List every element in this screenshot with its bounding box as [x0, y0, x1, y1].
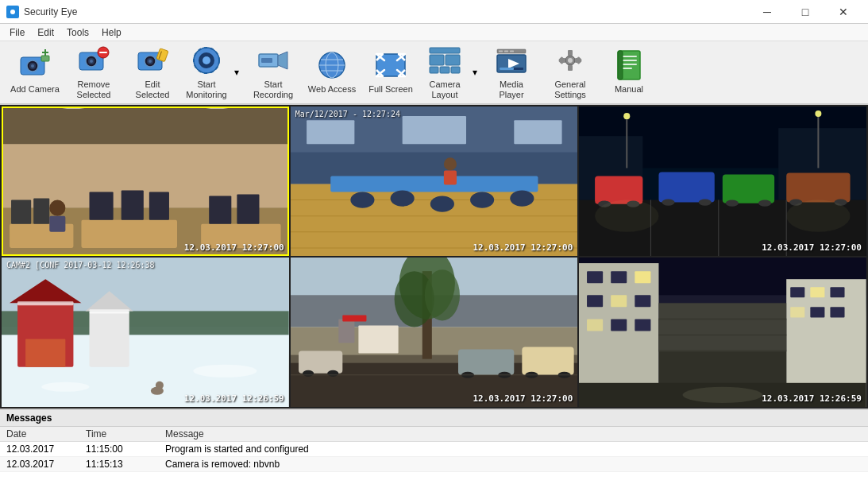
svg-point-114 [662, 199, 675, 206]
svg-rect-176 [611, 295, 627, 307]
svg-rect-182 [791, 287, 805, 297]
svg-rect-81 [237, 195, 259, 224]
message-date: 12.03.2017 [0, 457, 79, 472]
svg-point-145 [41, 382, 89, 392]
svg-point-82 [49, 200, 65, 216]
add-camera-button[interactable]: Add Camera [6, 44, 64, 101]
camera-cell-5[interactable]: 12.03.2017 12:27:00 [291, 258, 578, 407]
general-settings-label: General Settings [546, 79, 595, 100]
remove-selected-button[interactable]: Remove Selected [65, 44, 122, 101]
svg-rect-110 [595, 176, 642, 203]
messages-panel: Messages Date Time Message 12.03.201711:… [0, 409, 868, 488]
settings-icon [554, 45, 586, 76]
svg-point-98 [470, 192, 494, 208]
camera-2-label: Mar/12/2017 - 12:27:24 [295, 110, 400, 118]
svg-point-158 [327, 370, 338, 377]
web-access-button[interactable]: Web Access [303, 44, 361, 101]
camera-cell-2[interactable]: Mar/12/2017 - 12:27:24 12.03.2017 12:27:… [291, 107, 578, 256]
svg-rect-74 [33, 199, 49, 224]
menu-help[interactable]: Help [95, 25, 128, 40]
start-monitoring-button[interactable]: Start Monitoring [183, 44, 230, 101]
monitoring-icon [191, 45, 222, 76]
layout-icon [429, 45, 461, 76]
camera-cell-3[interactable]: 12.03.2017 12:27:00 [579, 107, 866, 256]
manual-button[interactable]: Manual [600, 44, 658, 101]
svg-rect-102 [307, 120, 354, 144]
start-recording-button[interactable]: Start Recording [245, 44, 302, 101]
svg-rect-119 [787, 172, 851, 202]
general-settings-button[interactable]: General Settings [542, 44, 599, 101]
svg-rect-42 [440, 67, 449, 73]
svg-rect-187 [831, 307, 845, 317]
svg-rect-94 [330, 176, 538, 192]
manual-label: Manual [615, 84, 643, 95]
svg-rect-47 [510, 50, 514, 52]
messages-column-row: Date Time Message [0, 427, 868, 442]
menu-edit[interactable]: Edit [31, 25, 60, 40]
svg-point-126 [595, 200, 658, 232]
svg-rect-64 [621, 60, 637, 61]
camera-cell-6[interactable]: 12.03.2017 12:26:59 [579, 258, 866, 407]
svg-point-157 [303, 370, 314, 377]
svg-rect-54 [568, 50, 573, 56]
camera-layout-label: Camera Layout [425, 79, 465, 100]
start-recording-label: Start Recording [249, 79, 298, 100]
camera-2-timestamp: 12.03.2017 12:27:00 [473, 242, 573, 253]
message-time: 11:15:13 [79, 457, 159, 472]
monitoring-dropdown[interactable]: ▾ [230, 44, 243, 101]
svg-rect-83 [49, 216, 65, 232]
svg-rect-168 [358, 325, 398, 353]
app-icon [6, 6, 19, 18]
menu-tools[interactable]: Tools [60, 25, 95, 40]
svg-rect-55 [568, 65, 573, 71]
title-bar: Security Eye ─ □ ✕ [0, 0, 868, 24]
full-screen-icon [375, 49, 407, 81]
full-screen-button[interactable]: Full Screen [362, 44, 419, 101]
camera-4-label: CAM#2 [CONF 2017-03-12 12:26:38 [6, 261, 155, 269]
svg-point-18 [149, 60, 152, 63]
svg-rect-190 [659, 303, 787, 351]
camera-cell-4[interactable]: CAM#2 [CONF 2017-03-12 12:26:38 12.03.20… [2, 258, 289, 407]
maximize-button[interactable]: □ [787, 0, 824, 24]
svg-rect-6 [41, 56, 49, 61]
add-camera-icon [19, 49, 51, 81]
media-player-button[interactable]: Media Player [483, 44, 540, 101]
edit-selected-button[interactable]: Edit Selected [124, 44, 181, 101]
window-controls: ─ □ ✕ [749, 0, 862, 24]
svg-rect-156 [299, 351, 342, 374]
camera-layout-button[interactable]: Camera Layout [421, 44, 469, 101]
col-message: Message [159, 427, 868, 442]
svg-rect-80 [209, 196, 231, 224]
close-button[interactable]: ✕ [825, 0, 862, 24]
svg-point-99 [510, 191, 534, 207]
camera-cell-1[interactable]: 12.03.2017 12:27:00 [2, 107, 289, 256]
svg-rect-184 [831, 287, 845, 297]
svg-rect-173 [611, 271, 627, 283]
svg-rect-179 [611, 319, 627, 331]
svg-point-95 [350, 192, 374, 208]
svg-point-96 [390, 191, 414, 207]
svg-point-100 [444, 157, 457, 170]
svg-rect-75 [81, 220, 177, 248]
menu-file[interactable]: File [3, 25, 31, 40]
svg-rect-40 [446, 55, 460, 65]
camera-feed-6 [579, 258, 866, 407]
svg-point-143 [156, 381, 164, 389]
svg-point-118 [758, 200, 771, 207]
svg-rect-177 [635, 295, 651, 307]
minimize-button[interactable]: ─ [749, 0, 785, 24]
svg-rect-185 [791, 307, 805, 317]
camera-4-timestamp: 12.03.2017 12:26:59 [184, 393, 284, 404]
camera-grid: 12.03.2017 12:27:00 [0, 105, 868, 409]
menu-bar: File Edit Tools Help [0, 24, 868, 41]
svg-rect-45 [499, 50, 503, 52]
svg-point-97 [430, 196, 453, 212]
edit-selected-label: Edit Selected [128, 79, 177, 100]
message-time: 11:15:00 [79, 442, 159, 457]
layout-dropdown[interactable]: ▾ [469, 44, 481, 101]
svg-rect-46 [504, 50, 508, 52]
svg-marker-26 [278, 52, 287, 69]
camera-5-timestamp: 12.03.2017 12:27:00 [473, 393, 573, 404]
remove-camera-icon [78, 45, 110, 76]
remove-selected-label: Remove Selected [69, 79, 118, 100]
